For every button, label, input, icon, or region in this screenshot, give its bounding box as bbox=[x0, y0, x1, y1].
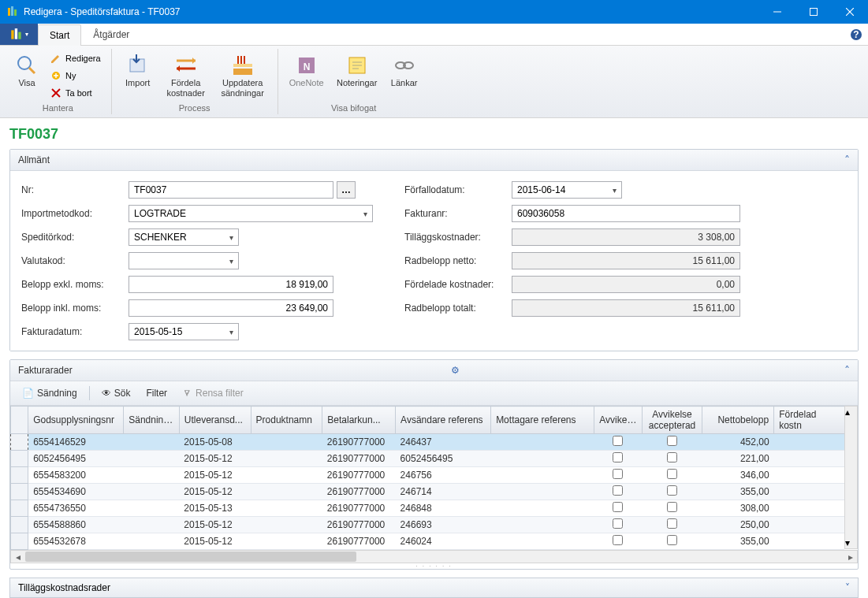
cell-utlev[interactable]: 2015-05-12 bbox=[179, 533, 251, 550]
col-mott[interactable]: Mottagare referens bbox=[491, 407, 594, 434]
cell-mott[interactable] bbox=[491, 500, 594, 517]
table-row[interactable]: 6052456495 2015-05-12 26190777000 605245… bbox=[11, 451, 845, 467]
cell-netto[interactable]: 221,00 bbox=[702, 451, 774, 467]
cell-sand[interactable] bbox=[124, 500, 180, 517]
onenote-button[interactable]: N OneNote bbox=[285, 49, 329, 92]
toolbar-filter[interactable]: Filter bbox=[139, 384, 174, 402]
cell-gods[interactable]: 6052456495 bbox=[28, 451, 124, 467]
collapse-icon[interactable]: ˄ bbox=[844, 364, 850, 377]
uppdatera-sandningar-button[interactable]: Uppdatera sändningar bbox=[214, 49, 271, 102]
toolbar-rensa[interactable]: ⛛ Rensa filter bbox=[176, 384, 251, 402]
toolbar-sandning[interactable]: 📄 Sändning bbox=[15, 384, 84, 402]
cell-netto[interactable]: 308,00 bbox=[702, 500, 774, 517]
cell-avv[interactable] bbox=[594, 533, 643, 550]
cell-avs[interactable]: 246693 bbox=[396, 517, 491, 533]
cell-sand[interactable] bbox=[124, 451, 180, 467]
cell-sand[interactable] bbox=[124, 434, 180, 451]
maximize-button[interactable] bbox=[795, 0, 832, 24]
checkbox-avv[interactable] bbox=[613, 535, 623, 545]
cell-prod[interactable] bbox=[251, 451, 322, 467]
checkbox-avvacc[interactable] bbox=[667, 535, 677, 545]
cell-gods[interactable]: 6554532678 bbox=[28, 533, 124, 550]
col-netto[interactable]: Nettobelopp bbox=[702, 407, 774, 434]
cell-gods[interactable]: 6554736550 bbox=[28, 500, 124, 517]
cell-betal[interactable]: 26190777000 bbox=[322, 434, 396, 451]
cell-mott[interactable] bbox=[491, 517, 594, 533]
cell-avv[interactable] bbox=[594, 451, 643, 467]
checkbox-avv[interactable] bbox=[613, 452, 623, 462]
section-header-fakturarader[interactable]: Fakturarader ⚙ ˄ bbox=[10, 360, 858, 381]
cell-ford[interactable] bbox=[774, 484, 844, 500]
cell-utlev[interactable]: 2015-05-12 bbox=[179, 484, 251, 500]
cell-sand[interactable] bbox=[124, 533, 180, 550]
cell-avvacc[interactable] bbox=[642, 484, 702, 500]
cell-avs[interactable]: 246756 bbox=[396, 467, 491, 484]
cell-netto[interactable]: 355,00 bbox=[702, 533, 774, 550]
cell-ford[interactable] bbox=[774, 434, 844, 451]
table-row[interactable]: 6554588860 2015-05-12 26190777000 246693… bbox=[11, 517, 845, 533]
cell-betal[interactable]: 26190777000 bbox=[322, 517, 396, 533]
row-handle[interactable] bbox=[11, 451, 28, 467]
cell-ford[interactable] bbox=[774, 533, 844, 550]
row-handle[interactable] bbox=[11, 484, 28, 500]
cell-betal[interactable]: 26190777000 bbox=[322, 451, 396, 467]
cell-gods[interactable]: 6554588860 bbox=[28, 517, 124, 533]
close-button[interactable] bbox=[832, 0, 868, 24]
cell-utlev[interactable]: 2015-05-08 bbox=[179, 434, 251, 451]
cell-avs[interactable]: 246714 bbox=[396, 484, 491, 500]
cell-avs[interactable]: 246024 bbox=[396, 533, 491, 550]
checkbox-avvacc[interactable] bbox=[667, 485, 677, 496]
cell-utlev[interactable]: 2015-05-13 bbox=[179, 500, 251, 517]
cell-ford[interactable] bbox=[774, 451, 844, 467]
scrollbar-horizontal[interactable]: ◂ ▸ bbox=[10, 550, 858, 563]
row-handle[interactable] bbox=[11, 533, 28, 550]
table-row[interactable]: 6554146529 2015-05-08 26190777000 246437… bbox=[11, 434, 845, 451]
scroll-up-icon[interactable]: ▴ bbox=[845, 407, 857, 418]
cell-ford[interactable] bbox=[774, 517, 844, 533]
cell-prod[interactable] bbox=[251, 467, 322, 484]
cell-sand[interactable] bbox=[124, 467, 180, 484]
checkbox-avv[interactable] bbox=[613, 518, 623, 529]
ribbon-file-menu[interactable]: ▾ bbox=[0, 24, 38, 45]
cell-avvacc[interactable] bbox=[642, 500, 702, 517]
lankar-button[interactable]: Länkar bbox=[386, 49, 423, 92]
select-valuta[interactable]: ▾ bbox=[129, 252, 239, 269]
select-speditor[interactable]: SCHENKER▾ bbox=[129, 228, 239, 246]
col-prod[interactable]: Produktnamn bbox=[251, 407, 322, 434]
col-sand[interactable]: Sändning... bbox=[124, 407, 180, 434]
scrollbar-vertical[interactable]: ▴ ▾ bbox=[844, 406, 858, 549]
cell-avvacc[interactable] bbox=[642, 533, 702, 550]
scroll-left-icon[interactable]: ◂ bbox=[11, 551, 24, 563]
cell-prod[interactable] bbox=[251, 517, 322, 533]
table-row[interactable]: 6554736550 2015-05-13 26190777000 246848… bbox=[11, 500, 845, 517]
cell-mott[interactable] bbox=[491, 434, 594, 451]
cell-betal[interactable]: 26190777000 bbox=[322, 500, 396, 517]
cell-avvacc[interactable] bbox=[642, 467, 702, 484]
table-row[interactable]: 6554583200 2015-05-12 26190777000 246756… bbox=[11, 467, 845, 484]
cell-sand[interactable] bbox=[124, 517, 180, 533]
ny-button[interactable]: Ny bbox=[46, 68, 105, 84]
col-utlev[interactable]: Utleveransd... bbox=[179, 407, 251, 434]
input-nr[interactable] bbox=[129, 181, 333, 199]
minimize-button[interactable] bbox=[759, 0, 795, 24]
row-handle[interactable] bbox=[11, 467, 28, 484]
cell-netto[interactable]: 346,00 bbox=[702, 467, 774, 484]
help-button[interactable]: ? bbox=[849, 24, 868, 45]
checkbox-avvacc[interactable] bbox=[667, 502, 677, 512]
toolbar-sok[interactable]: 👁 Sök bbox=[95, 384, 138, 402]
checkbox-avv[interactable] bbox=[613, 485, 623, 496]
scrollbar-thumb[interactable] bbox=[25, 552, 356, 562]
cell-avvacc[interactable] bbox=[642, 451, 702, 467]
scroll-right-icon[interactable]: ▸ bbox=[844, 551, 857, 563]
col-avv[interactable]: Avvikelse bbox=[594, 407, 643, 434]
row-handle[interactable] bbox=[11, 500, 28, 517]
cell-ford[interactable] bbox=[774, 500, 844, 517]
cell-avv[interactable] bbox=[594, 434, 643, 451]
row-handle[interactable] bbox=[11, 434, 28, 451]
cell-mott[interactable] bbox=[491, 484, 594, 500]
cell-sand[interactable] bbox=[124, 484, 180, 500]
select-fakturadatum[interactable]: 2015-05-15▾ bbox=[129, 323, 239, 340]
col-avs[interactable]: Avsändare referens bbox=[396, 407, 491, 434]
row-handle[interactable] bbox=[11, 517, 28, 533]
cell-avs[interactable]: 246437 bbox=[396, 434, 491, 451]
